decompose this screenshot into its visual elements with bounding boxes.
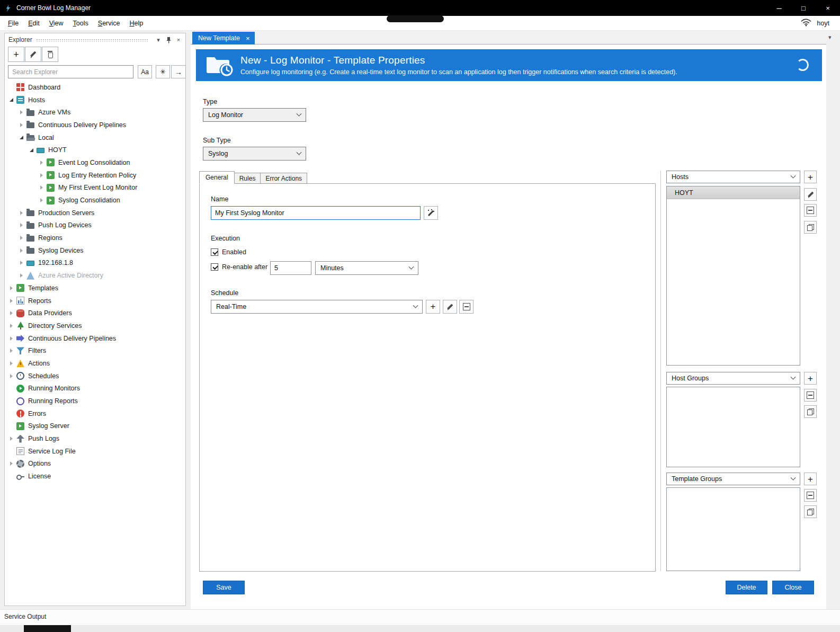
expander-icon[interactable] xyxy=(38,197,46,204)
tree-item[interactable]: Running Monitors xyxy=(5,382,185,395)
add-item-button[interactable]: + xyxy=(8,47,24,62)
scrollbar-thumb[interactable] xyxy=(24,625,71,632)
expander-icon[interactable] xyxy=(8,410,16,417)
menu-item[interactable]: Edit xyxy=(23,17,44,30)
expander-icon[interactable] xyxy=(18,259,26,267)
add-template-group-button[interactable]: + xyxy=(804,473,817,485)
splitter[interactable] xyxy=(660,171,661,571)
delete-item-button[interactable] xyxy=(42,47,58,62)
remove-schedule-button[interactable] xyxy=(459,300,473,314)
close-button[interactable]: Close xyxy=(772,581,814,594)
edit-host-button[interactable] xyxy=(804,188,817,201)
expander-icon[interactable] xyxy=(18,209,26,217)
match-case-button[interactable]: Aa xyxy=(138,65,152,78)
expander-icon[interactable] xyxy=(8,284,16,292)
tree-item[interactable]: Azure Active Directory xyxy=(5,269,185,282)
add-host-button[interactable]: + xyxy=(804,171,817,183)
panel-close-icon[interactable]: × xyxy=(174,35,183,44)
subtype-dropdown[interactable]: Syslog xyxy=(203,147,306,161)
expander-icon[interactable] xyxy=(8,447,16,455)
tree-item[interactable]: Reports xyxy=(5,295,185,307)
expander-icon[interactable] xyxy=(8,83,16,91)
form-tab[interactable]: Rules xyxy=(234,173,261,184)
expander-icon[interactable] xyxy=(38,171,46,179)
menu-item[interactable]: Service xyxy=(93,17,125,30)
template-groups-listbox[interactable] xyxy=(666,487,800,571)
expander-icon[interactable] xyxy=(18,133,26,141)
form-tab[interactable]: Error Actions xyxy=(260,173,307,184)
expander-icon[interactable] xyxy=(18,272,26,280)
expander-icon[interactable] xyxy=(8,96,16,104)
close-window-button[interactable]: × xyxy=(816,0,840,16)
tree-item[interactable]: Schedules xyxy=(5,370,185,382)
tree-item[interactable]: Event Log Consolidation xyxy=(5,156,185,169)
tree-item[interactable]: Running Reports xyxy=(5,395,185,407)
tree-item[interactable]: HOYT xyxy=(5,144,185,156)
host-list-item[interactable]: HOYT xyxy=(667,186,800,199)
expander-icon[interactable] xyxy=(8,309,16,317)
enabled-checkbox[interactable] xyxy=(211,248,218,256)
template-groups-dropdown[interactable]: Template Groups xyxy=(666,473,800,485)
reenable-minutes-input[interactable] xyxy=(270,261,311,275)
menu-item[interactable]: View xyxy=(44,17,68,30)
tree-item[interactable]: License xyxy=(5,470,185,483)
expander-icon[interactable] xyxy=(18,109,26,117)
edit-item-button[interactable] xyxy=(25,47,41,62)
expander-icon[interactable] xyxy=(8,473,16,480)
tree-item[interactable]: Templates xyxy=(5,282,185,295)
expander-icon[interactable] xyxy=(18,234,26,242)
tree-item[interactable]: Syslog Server xyxy=(5,420,185,433)
name-input[interactable] xyxy=(211,206,421,220)
expander-icon[interactable] xyxy=(8,322,16,330)
menu-item[interactable]: Help xyxy=(124,17,148,30)
menu-item[interactable]: Tools xyxy=(68,17,93,30)
panel-menu-chevron-icon[interactable]: ▾ xyxy=(154,35,163,44)
tree-item[interactable]: Push Log Devices xyxy=(5,219,185,232)
add-schedule-button[interactable]: + xyxy=(426,300,440,314)
hosts-listbox[interactable]: HOYT xyxy=(666,186,800,366)
copy-template-group-button[interactable] xyxy=(804,505,817,518)
tree-item[interactable]: Syslog Devices xyxy=(5,244,185,257)
expander-icon[interactable] xyxy=(38,158,46,166)
search-go-button[interactable]: → xyxy=(171,65,186,78)
expander-icon[interactable] xyxy=(18,221,26,229)
expander-icon[interactable] xyxy=(8,297,16,305)
tree-item[interactable]: Azure VMs xyxy=(5,106,185,119)
copy-host-button[interactable] xyxy=(804,221,817,234)
copy-host-group-button[interactable] xyxy=(804,405,817,418)
tree-item[interactable]: Actions xyxy=(5,357,185,370)
service-output-header[interactable]: Service Output xyxy=(4,613,46,620)
name-generator-button[interactable] xyxy=(424,206,438,220)
tab-overflow-chevron-icon[interactable]: ▾ xyxy=(828,34,832,41)
expander-icon[interactable] xyxy=(8,422,16,430)
remove-host-group-button[interactable] xyxy=(804,389,817,402)
tree-item[interactable]: Continuous Delivery Pipelines xyxy=(5,119,185,131)
panel-drag-handle[interactable] xyxy=(36,39,149,42)
pin-icon[interactable] xyxy=(164,35,173,44)
tree-item[interactable]: Data Providers xyxy=(5,307,185,319)
expander-icon[interactable] xyxy=(8,334,16,342)
tree-item[interactable]: Production Servers xyxy=(5,207,185,219)
tree-item[interactable]: My First Event Log Monitor xyxy=(5,182,185,194)
tab-close-icon[interactable]: × xyxy=(246,34,250,42)
search-input[interactable] xyxy=(8,65,133,78)
expander-icon[interactable] xyxy=(18,246,26,254)
expander-icon[interactable] xyxy=(28,146,36,154)
expander-icon[interactable] xyxy=(38,184,46,192)
delete-button[interactable]: Delete xyxy=(726,581,767,594)
edit-schedule-button[interactable] xyxy=(443,300,457,314)
wildcard-button[interactable]: ✳ xyxy=(156,65,170,78)
hosts-dropdown[interactable]: Hosts xyxy=(666,171,800,183)
expander-icon[interactable] xyxy=(8,372,16,380)
tree-item[interactable]: 192.168.1.8 xyxy=(5,257,185,270)
expander-icon[interactable] xyxy=(8,397,16,405)
form-tab[interactable]: General xyxy=(199,171,235,184)
tree-item[interactable]: Service Log File xyxy=(5,445,185,458)
expander-icon[interactable] xyxy=(8,435,16,443)
host-groups-listbox[interactable] xyxy=(666,387,800,467)
tree-item[interactable]: Local xyxy=(5,131,185,144)
tab-new-template[interactable]: New Template × xyxy=(192,32,255,44)
reenable-unit-dropdown[interactable]: Minutes xyxy=(315,261,418,275)
maximize-button[interactable]: □ xyxy=(791,0,816,16)
menu-item[interactable]: File xyxy=(3,17,23,30)
